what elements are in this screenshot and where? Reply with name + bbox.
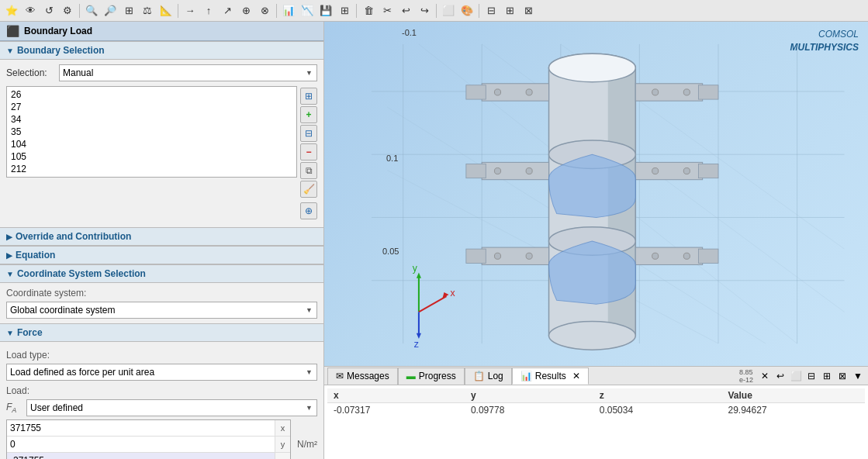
toolbar-refresh-icon[interactable]: ↺ — [40, 2, 57, 19]
list-item[interactable]: 26 — [9, 88, 295, 101]
section-force[interactable]: ▼ Force — [0, 323, 323, 342]
toolbar-axis2-icon[interactable]: ⊗ — [256, 2, 273, 19]
list-item[interactable]: 27 — [9, 101, 295, 113]
toolbar-axis-icon[interactable]: ⊕ — [237, 2, 254, 19]
add-selection-icon[interactable]: ⊞ — [300, 88, 317, 105]
results-close-icon[interactable]: ✕ — [572, 371, 580, 381]
svg-point-40 — [652, 167, 659, 174]
svg-point-45 — [683, 253, 690, 259]
force-y-input[interactable] — [7, 437, 275, 452]
tab-log[interactable]: 📋 Log — [465, 368, 512, 385]
section-override[interactable]: ▶ Override and Contribution — [0, 227, 323, 246]
list-item[interactable]: 34 — [9, 113, 295, 126]
toolbar-arrow-up-icon[interactable]: ↑ — [200, 2, 217, 19]
results-action-dropdown[interactable]: ▼ — [851, 369, 865, 383]
toolbar-undo-icon[interactable]: ↩ — [397, 2, 414, 19]
panel-title-text: Boundary Load — [24, 26, 92, 36]
toolbar-cut-icon[interactable]: ✂ — [379, 2, 396, 19]
svg-point-46 — [549, 53, 636, 82]
toolbar-window-min-icon[interactable]: ⊟ — [482, 2, 500, 19]
copy-icon[interactable]: ⧉ — [300, 162, 317, 179]
minus-icon[interactable]: − — [300, 143, 317, 160]
toolbar-zoom-out-icon[interactable]: 🔎 — [102, 2, 119, 19]
log-tab-label: Log — [488, 371, 503, 381]
selection-row: Selection: Manual — [6, 64, 317, 81]
load-type-dropdown[interactable]: Load defined as force per unit area — [6, 364, 317, 381]
right-panel: -0.1 0.1 0.05 COMSOL MULTIPHYSICS — [324, 22, 868, 459]
left-panel: ⬛ Boundary Load ▼ Boundary Selection Sel… — [0, 22, 324, 459]
tab-results[interactable]: 📊 Results ✕ — [512, 368, 589, 385]
toolbar-gear-icon[interactable]: ⚙ — [59, 2, 76, 19]
results-tab-label: Results — [535, 371, 566, 381]
toolbar-sep-2 — [178, 4, 178, 18]
toolbar-window-close-icon[interactable]: ⊠ — [520, 2, 537, 19]
toolbar-arrow-diag-icon[interactable]: ↗ — [219, 2, 236, 19]
svg-point-43 — [526, 253, 532, 259]
selection-dropdown[interactable]: Manual — [59, 64, 317, 81]
toolbar-delete-icon[interactable]: 🗑 — [360, 2, 377, 19]
force-input-grid: x y z — [6, 419, 291, 459]
toolbar-fit-icon[interactable]: ⊞ — [120, 2, 137, 19]
toolbar-star-icon[interactable]: ⭐ — [3, 2, 20, 19]
tab-progress[interactable]: ▬ Progress — [398, 368, 465, 385]
toolbar-grid-icon[interactable]: ⊞ — [336, 2, 353, 19]
toolbar-redo-icon[interactable]: ↪ — [416, 2, 433, 19]
toolbar-zoom-in-icon[interactable]: 🔍 — [83, 2, 100, 19]
results-action-undo[interactable]: ↩ — [773, 369, 787, 383]
bottom-content: x y z Value -0.07317 0.09778 0.05034 29.… — [324, 385, 868, 459]
results-action-subtract[interactable]: ⊟ — [804, 369, 818, 383]
results-action-x[interactable]: ✕ — [758, 369, 772, 383]
unit-label: N/m² — [297, 439, 317, 450]
results-action-white[interactable]: ⬜ — [789, 369, 803, 383]
force-z-input[interactable] — [7, 453, 275, 459]
paste-icon[interactable]: ⊟ — [300, 125, 317, 142]
toolbar-screenshot-icon[interactable]: ⬜ — [440, 2, 457, 19]
toolbar-chart2-icon[interactable]: 📉 — [299, 2, 316, 19]
toolbar-window-max-icon[interactable]: ⊞ — [501, 2, 518, 19]
toolbar-eye-icon[interactable]: 👁 — [22, 2, 39, 19]
toolbar-arrow-right-icon[interactable]: → — [182, 2, 199, 19]
force-x-input[interactable] — [7, 420, 275, 436]
list-item[interactable]: 35 — [9, 126, 295, 138]
viewport[interactable]: -0.1 0.1 0.05 COMSOL MULTIPHYSICS — [324, 22, 868, 366]
toolbar-color-icon[interactable]: 🎨 — [458, 2, 475, 19]
section-force-label: Force — [17, 327, 43, 338]
select-all-icon[interactable]: ⊕ — [300, 202, 317, 219]
main-container: ⬛ Boundary Load ▼ Boundary Selection Sel… — [0, 22, 868, 459]
log-tab-icon: 📋 — [473, 371, 485, 381]
toolbar-sep-6 — [479, 4, 479, 18]
fa-dropdown[interactable]: User defined — [26, 399, 317, 416]
add-plus-icon[interactable]: + — [300, 106, 317, 123]
toolbar-3d-icon[interactable]: ⚖ — [139, 2, 156, 19]
clear-icon[interactable]: 🧹 — [300, 181, 317, 198]
svg-rect-29 — [699, 85, 718, 99]
toolbar-chart-icon[interactable]: 📊 — [280, 2, 297, 19]
section-expand-arrow: ▼ — [6, 47, 14, 55]
force-y-axis: y — [275, 437, 290, 452]
boundary-list[interactable]: 26 27 34 35 104 105 212 213 — [6, 86, 297, 178]
panel-title: ⬛ Boundary Load — [0, 22, 323, 41]
coord-dropdown[interactable]: Global coordinate system — [6, 302, 317, 319]
section-override-arrow: ▶ — [6, 233, 12, 241]
results-action-grid[interactable]: ⊠ — [835, 369, 849, 383]
force-z-axis: z — [275, 453, 290, 459]
list-item[interactable]: 104 — [9, 138, 295, 150]
section-coordinate[interactable]: ▼ Coordinate System Selection — [0, 264, 323, 283]
tab-messages[interactable]: ✉ Messages — [327, 368, 398, 385]
list-item[interactable]: 105 — [9, 150, 295, 163]
section-boundary-selection[interactable]: ▼ Boundary Selection — [0, 41, 323, 60]
load-type-label: Load type: — [6, 350, 317, 361]
fa-dropdown-wrapper: User defined — [26, 399, 317, 416]
input-row-z: z — [7, 453, 290, 459]
section-equation[interactable]: ▶ Equation — [0, 246, 323, 264]
results-tab-icon: 📊 — [520, 371, 532, 381]
list-item[interactable]: 212 — [9, 163, 295, 175]
toolbar-save-icon[interactable]: 💾 — [317, 2, 334, 19]
results-action-add[interactable]: ⊞ — [820, 369, 834, 383]
list-item[interactable]: 213 — [9, 175, 295, 178]
svg-point-37 — [683, 89, 690, 95]
progress-tab-icon: ▬ — [406, 371, 416, 381]
input-section: x y z N/m² — [6, 419, 317, 459]
toolbar-measure-icon[interactable]: 📐 — [157, 2, 175, 19]
toolbar-sep-5 — [436, 4, 437, 18]
